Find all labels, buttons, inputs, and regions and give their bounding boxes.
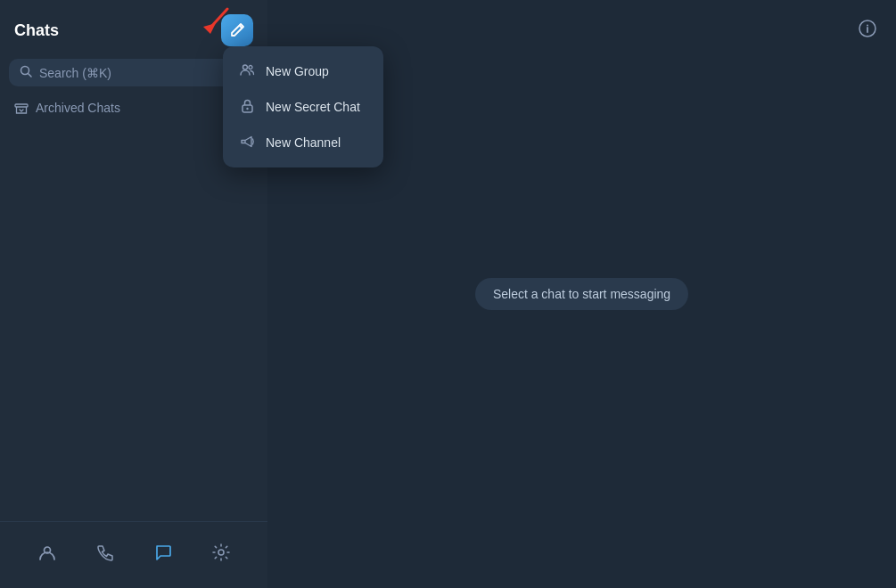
search-placeholder-text: Search (⌘K) [39, 66, 111, 80]
svg-point-12 [867, 25, 868, 27]
bottom-nav [0, 521, 267, 588]
group-icon [239, 62, 255, 80]
svg-line-6 [29, 74, 32, 78]
svg-rect-7 [15, 104, 28, 107]
arrow-annotation [178, 2, 232, 45]
archived-chats-label: Archived Chats [36, 101, 120, 115]
new-channel-label: New Channel [266, 135, 341, 150]
info-button[interactable] [853, 14, 882, 43]
svg-point-2 [249, 66, 252, 69]
nav-chats[interactable] [145, 535, 181, 570]
new-group-label: New Group [266, 64, 329, 78]
dropdown-item-new-group[interactable]: New Group [223, 53, 383, 89]
dropdown-item-new-channel[interactable]: New Channel [223, 125, 383, 160]
nav-settings[interactable] [203, 535, 239, 570]
svg-point-4 [246, 108, 248, 110]
new-secret-chat-label: New Secret Chat [266, 100, 360, 114]
sidebar-title: Chats [14, 21, 59, 40]
megaphone-icon [239, 134, 255, 151]
dropdown-menu: New Group New Secret Chat [223, 46, 383, 167]
select-chat-badge: Select a chat to start messaging [475, 278, 688, 310]
svg-point-9 [218, 550, 224, 555]
archive-icon [14, 101, 29, 115]
sidebar: Chats [0, 0, 267, 588]
select-chat-label: Select a chat to start messaging [493, 287, 670, 301]
search-bar[interactable]: Search (⌘K) [9, 59, 259, 86]
nav-profile[interactable] [29, 535, 65, 570]
svg-point-1 [242, 65, 247, 69]
dropdown-item-new-secret-chat[interactable]: New Secret Chat [223, 89, 383, 125]
info-icon [858, 19, 877, 38]
svg-marker-0 [203, 23, 216, 34]
nav-calls[interactable] [87, 535, 123, 570]
search-icon [20, 65, 32, 80]
sidebar-header: Chats [0, 0, 267, 55]
lock-icon [239, 98, 255, 116]
